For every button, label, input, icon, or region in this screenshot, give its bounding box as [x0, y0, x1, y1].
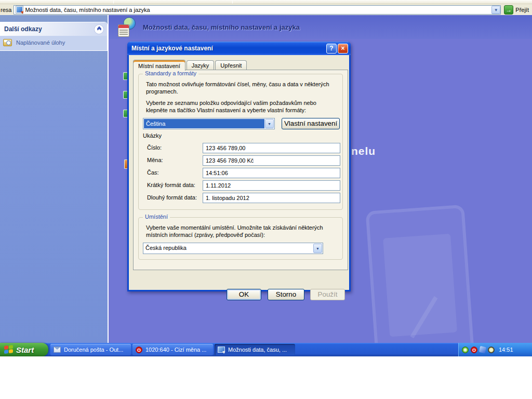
customize-button[interactable]: Vlastní nastavení — [282, 118, 340, 129]
start-button-label: Start — [16, 345, 34, 354]
see-also-body: Naplánované úlohy — [0, 36, 107, 50]
task-buttons: Doručená pošta - Out... O 1020:640 - Ciz… — [50, 344, 297, 355]
go-button-label[interactable]: Přejít — [515, 7, 529, 13]
screen: resa Možnosti data, času, místního nasta… — [0, 0, 532, 399]
address-label: resa — [0, 7, 14, 13]
sample-label: Čas: — [147, 169, 159, 176]
sample-row-time: Čas: 14:51:06 — [139, 168, 342, 178]
sample-label: Krátký formát data: — [147, 182, 195, 188]
sidebar-item-label: Naplánované úlohy — [16, 39, 65, 46]
standards-description-2: Vyberte ze seznamu položku odpovídající … — [146, 99, 339, 114]
date-time-language-icon — [118, 17, 137, 37]
cancel-button[interactable]: Storno — [268, 289, 304, 300]
sample-label: Dlouhý formát data: — [147, 194, 197, 201]
taskbar-task-opera[interactable]: O 1020:640 - Cizí měna ... — [132, 344, 213, 355]
see-also-title: Další odkazy — [4, 25, 42, 33]
sample-row-number: Číslo: 123 456 789,00 — [139, 143, 342, 153]
sample-label: Číslo: — [147, 144, 162, 151]
sample-value-field[interactable]: 123 456 789,00 — [203, 143, 340, 153]
collapse-chevron-icon[interactable] — [94, 24, 104, 34]
calendar-icon — [118, 24, 129, 37]
outlook-mail-icon — [54, 347, 61, 353]
windows-logo-icon — [4, 345, 14, 354]
address-value: Možnosti data, času, místního nastavení … — [25, 7, 491, 13]
chevron-down-icon[interactable]: ▼ — [265, 119, 274, 128]
location-select-value: Česká republika — [143, 243, 313, 254]
format-select[interactable]: Čeština ▼ — [143, 118, 275, 129]
explorer-content: Další odkazy Naplánované úlohy — [0, 15, 532, 343]
sample-row-currency: Měna: 123 456 789,00 Kč — [139, 155, 342, 166]
stopwatch-icon[interactable] — [488, 347, 495, 353]
taskbar-task-control-panel[interactable]: Možnosti data, času, ... — [215, 344, 295, 355]
screen-bottom-blank — [0, 356, 532, 399]
system-tray: O 14:51 — [458, 343, 532, 356]
tab-page-regional-options: Standardy a formáty Tato možnost ovlivňu… — [133, 70, 348, 270]
taskbar-clock[interactable]: 14:51 — [499, 347, 513, 353]
address-input[interactable]: Možnosti data, času, místního nastavení … — [14, 5, 501, 15]
close-button[interactable]: × — [338, 44, 348, 54]
dialog-body: Místní nastavení Jazyky Upřesnit Standar… — [129, 55, 349, 290]
address-bar: resa Možnosti data, času, místního nasta… — [0, 4, 532, 16]
control-panel-icon — [218, 347, 225, 353]
tab-advanced[interactable]: Upřesnit — [215, 60, 247, 70]
start-button[interactable]: Start — [0, 343, 48, 356]
standards-group-title: Standardy a formáty — [143, 70, 198, 76]
dialog-title: Místní a jazykové nastavení — [131, 45, 325, 52]
dialog-titlebar[interactable]: Místní a jazykové nastavení ? × — [127, 42, 351, 55]
opera-icon[interactable]: O — [471, 347, 477, 353]
taskbar: Start Doručená pošta - Out... O 1020:640… — [0, 343, 532, 356]
sample-value-field[interactable]: 14:51:06 — [203, 168, 340, 178]
location-select[interactable]: Česká republika ▼ — [143, 243, 323, 254]
tab-languages[interactable]: Jazyky — [187, 60, 215, 70]
see-also-header[interactable]: Další odkazy — [0, 22, 107, 36]
tab-regional-options[interactable]: Místní nastavení — [133, 60, 185, 71]
control-panel-icon — [16, 6, 23, 13]
regional-settings-dialog: Místní a jazykové nastavení ? × Místní n… — [127, 42, 351, 291]
go-area: → Přejít — [502, 5, 532, 15]
page-title: Možnosti data, času, místního nastavení … — [143, 23, 300, 31]
location-description: Vyberte vaše momentální umístění. Umožní… — [146, 224, 339, 238]
see-also-panel: Další odkazy Naplánované úlohy — [0, 22, 108, 51]
chevron-down-icon[interactable]: ▼ — [313, 244, 322, 253]
dialog-button-row: OK Storno Použít — [129, 289, 349, 300]
apply-button[interactable]: Použít — [310, 289, 345, 300]
samples-title: Ukázky — [143, 132, 162, 139]
sample-value-field[interactable]: 1.11.2012 — [203, 180, 340, 191]
tab-strip: Místní nastavení Jazyky Upřesnit — [133, 59, 248, 70]
location-group: Umístění Vyberte vaše momentální umístěn… — [138, 217, 343, 260]
ok-button[interactable]: OK — [227, 289, 261, 300]
sample-row-long-date: Dlouhý formát data: 1. listopadu 2012 — [139, 193, 342, 203]
location-group-title: Umístění — [143, 214, 170, 220]
toolbar-separator — [113, 1, 114, 4]
go-arrow-icon[interactable]: → — [504, 5, 513, 15]
background-text-fragment: nelu — [351, 145, 376, 157]
address-dropdown-arrow-icon[interactable]: ▼ — [491, 6, 500, 14]
standards-group: Standardy a formáty Tato možnost ovlivňu… — [138, 74, 343, 210]
format-select-value: Čeština — [144, 119, 264, 128]
sample-row-short-date: Krátký formát data: 1.11.2012 — [139, 180, 342, 191]
sidebar: Další odkazy Naplánované úlohy — [0, 15, 108, 343]
opera-icon: O — [136, 347, 142, 353]
toolbar-strip — [0, 0, 532, 4]
help-button[interactable]: ? — [326, 44, 337, 54]
scheduled-tasks-icon — [3, 39, 12, 46]
taskbar-task-outlook[interactable]: Doručená pošta - Out... — [50, 344, 131, 355]
standards-description-1: Tato možnost ovlivňuje formátování čísel… — [146, 81, 339, 95]
messenger-icon[interactable] — [479, 346, 486, 353]
category-header: Možnosti data, času, místního nastavení … — [109, 15, 532, 39]
sample-label: Měna: — [147, 157, 163, 163]
sample-value-field[interactable]: 123 456 789,00 Kč — [203, 155, 340, 166]
monitor-watermark — [365, 205, 475, 343]
toolbar-separator — [232, 1, 233, 4]
sidebar-item-scheduled-tasks[interactable]: Naplánované úlohy — [3, 39, 103, 46]
icq-flower-icon[interactable] — [462, 347, 469, 353]
sample-value-field[interactable]: 1. listopadu 2012 — [203, 193, 340, 203]
